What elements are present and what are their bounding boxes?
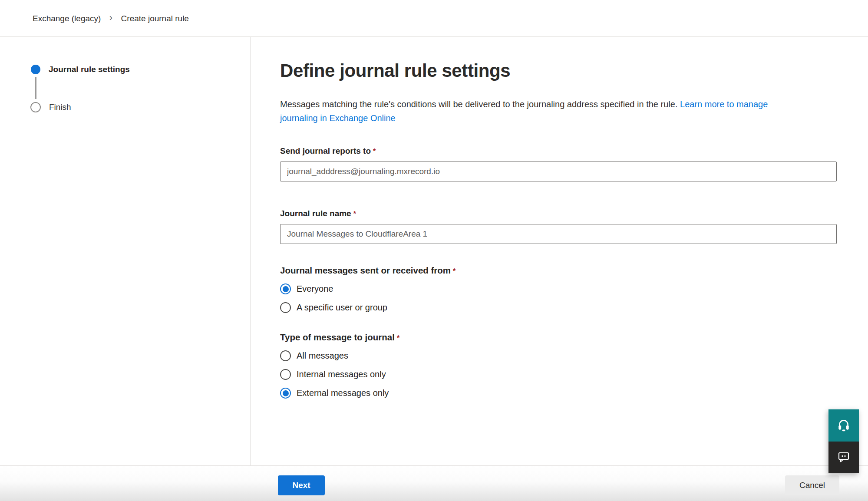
radio-option-everyone[interactable]: Everyone [280, 283, 837, 294]
radio-option-label: Everyone [297, 284, 333, 294]
wizard-step-label: Finish [49, 102, 71, 112]
journal-rule-name-field: Journal rule name* [280, 209, 837, 244]
support-button[interactable] [828, 409, 859, 442]
radio-option-internal-messages-only[interactable]: Internal messages only [280, 369, 837, 380]
page-title: Define journal rule settings [280, 60, 837, 81]
radio-option-label: Internal messages only [297, 369, 386, 379]
wizard-step-journal-rule-settings[interactable]: Journal rule settings [0, 65, 250, 74]
radio-option-label: All messages [297, 351, 348, 361]
headset-icon [836, 418, 851, 434]
radio-selected-icon[interactable] [280, 283, 291, 294]
required-asterisk: * [353, 210, 356, 218]
breadcrumb-item-current: Create journal rule [121, 14, 189, 23]
required-asterisk: * [397, 334, 399, 342]
step-active-dot-icon [31, 65, 40, 74]
next-button[interactable]: Next [278, 475, 325, 495]
breadcrumb: Exchange (legacy) › Create journal rule [33, 13, 189, 23]
step-connector-line [35, 77, 36, 99]
chevron-right-icon: › [109, 12, 112, 23]
journal-messages-scope-group: Journal messages sent or received from* … [280, 265, 837, 313]
required-asterisk: * [453, 267, 455, 275]
send-journal-reports-input[interactable] [280, 162, 837, 181]
chat-bubble-icon [837, 450, 851, 465]
radio-unselected-icon[interactable] [280, 369, 291, 380]
breadcrumb-item-exchange-legacy[interactable]: Exchange (legacy) [33, 14, 101, 23]
wizard-action-bar: Next Cancel [0, 465, 868, 501]
wizard-steps-sidebar: Journal rule settings Finish [0, 37, 251, 465]
journal-rule-settings-panel: Define journal rule settings Messages ma… [251, 37, 868, 465]
help-widget-stack [828, 409, 859, 473]
journal-rule-name-input[interactable] [280, 224, 837, 244]
wizard-step-finish[interactable]: Finish [0, 102, 250, 112]
description-body: Messages matching the rule's conditions … [280, 99, 677, 109]
radio-option-all-messages[interactable]: All messages [280, 350, 837, 361]
field-label: Send journal reports to [280, 146, 371, 155]
breadcrumb-bar: Exchange (legacy) › Create journal rule [0, 0, 868, 37]
required-asterisk: * [373, 148, 376, 155]
message-type-group: Type of message to journal* All messages… [280, 332, 837, 399]
step-circle-icon [30, 102, 41, 112]
radio-option-external-messages-only[interactable]: External messages only [280, 388, 837, 399]
description-text: Messages matching the rule's conditions … [280, 97, 782, 125]
cancel-button[interactable]: Cancel [785, 475, 839, 495]
radio-unselected-icon[interactable] [280, 302, 291, 313]
feedback-button[interactable] [828, 442, 859, 473]
send-journal-reports-field: Send journal reports to* [280, 146, 837, 181]
field-label: Journal rule name [280, 209, 351, 218]
radio-selected-icon[interactable] [280, 388, 291, 399]
wizard-step-label: Journal rule settings [49, 65, 130, 74]
radio-unselected-icon[interactable] [280, 350, 291, 361]
radio-option-label: External messages only [297, 388, 389, 398]
radio-option-specific-user-or-group[interactable]: A specific user or group [280, 302, 837, 313]
radio-option-label: A specific user or group [297, 303, 387, 313]
radio-group-label: Type of message to journal [280, 332, 395, 342]
radio-group-label: Journal messages sent or received from [280, 265, 451, 275]
